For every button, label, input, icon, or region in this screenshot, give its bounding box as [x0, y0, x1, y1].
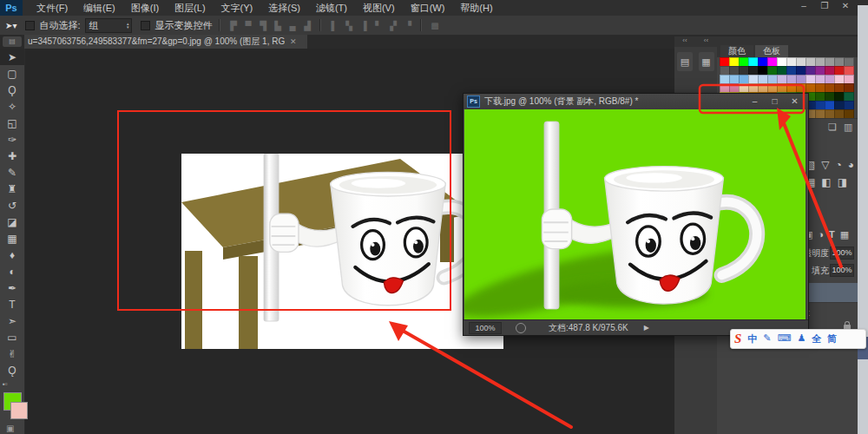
vibrance-adjustment-icon[interactable]: ◕ [848, 160, 854, 171]
ime-mode-chinese[interactable]: 中 [747, 332, 757, 345]
distribute-icon-2[interactable]: ▚ [343, 20, 354, 31]
window-minimize-button[interactable]: – [745, 94, 765, 109]
window-maximize-button[interactable]: □ [765, 94, 785, 109]
move-tool-preset-icon[interactable]: ➤▾ [5, 21, 16, 30]
auto-select-checkbox[interactable] [25, 21, 35, 30]
align-icon-1[interactable]: ▛ [227, 20, 239, 31]
collapse-dock-icon[interactable]: ‹‹ [695, 36, 717, 47]
zoom-level-field[interactable]: 100% [469, 322, 502, 334]
app-window-controls: – ❐ ✕ [793, 1, 856, 10]
sogou-logo-icon[interactable]: S [734, 332, 741, 346]
lasso-tool[interactable]: Ϙ [0, 82, 24, 98]
zoom-tool[interactable]: Ǫ [0, 362, 24, 378]
documents-stub-icon[interactable]: ▤ [3, 36, 22, 47]
window-close-button[interactable]: ✕ [785, 94, 805, 109]
menu-item-2[interactable]: 编辑(E) [83, 2, 115, 15]
brush-tool[interactable]: ✎ [0, 164, 24, 181]
tools-panel: ➤▢Ϙ✧◱✑✚✎♜↺◪▦♦◐✒T➣▭✌Ǫ [0, 49, 25, 434]
hand-tool[interactable]: ✌ [0, 345, 24, 362]
distribute-icon-3[interactable]: ▐ [358, 20, 369, 31]
collapse-dock-icon[interactable]: ‹‹ [674, 36, 695, 47]
auto-select-dropdown[interactable]: 组 ▴▾ [85, 18, 132, 33]
properties-panel-icon[interactable]: ▦ [699, 52, 714, 71]
document-tab[interactable]: u=3457063756,249583377&fm=27&gp=0.jpg @ … [24, 35, 307, 49]
menu-item-1[interactable]: 文件(F) [36, 2, 68, 15]
align-icon-5[interactable]: ▄ [286, 20, 298, 31]
app-close-button[interactable]: ✕ [835, 1, 856, 10]
fill-value[interactable]: 100% [830, 264, 854, 277]
filter-type-layers-icon[interactable]: T [829, 229, 835, 240]
menu-item-10[interactable]: 帮助(H) [460, 2, 492, 15]
distribute-icon-4[interactable]: ▘ [372, 20, 384, 31]
show-transform-checkbox[interactable] [141, 21, 150, 30]
tab-swatches[interactable]: 色板 [755, 45, 788, 57]
blur-tool[interactable]: ♦ [0, 247, 24, 263]
document-image-table-mug [181, 154, 503, 349]
extra-icons-group: ▩ [429, 20, 440, 31]
shape-tool[interactable]: ▭ [0, 329, 24, 345]
floating-document-window[interactable]: Ps 下载.jpg @ 100% (背景 副本, RGB/8#) * – □ ✕… [463, 93, 809, 336]
healing-brush-tool[interactable]: ✚ [0, 148, 24, 164]
opacity-value[interactable]: 100% [830, 247, 854, 260]
floating-window-titlebar[interactable]: Ps 下载.jpg @ 100% (背景 副本, RGB/8#) * – □ ✕ [464, 94, 808, 109]
type-tool[interactable]: T [0, 296, 24, 312]
history-panel-icon[interactable]: ▤ [677, 52, 693, 71]
align-icon-4[interactable]: ▙ [272, 20, 283, 31]
crop-tool[interactable]: ◱ [0, 115, 24, 131]
filter-shape-layers-icon[interactable]: ▦ [840, 229, 849, 240]
distribute-icon-5[interactable]: ▞ [387, 20, 398, 31]
ime-simplified[interactable]: 简 [827, 332, 837, 345]
menu-item-9[interactable]: 窗口(W) [411, 2, 445, 15]
exposure-adjustment-icon[interactable]: ◔ [836, 160, 842, 171]
clone-stamp-tool[interactable]: ♜ [0, 181, 24, 197]
floating-window-title: 下载.jpg @ 100% (背景 副本, RGB/8#) * [484, 95, 638, 108]
eyedropper-tool[interactable]: ✑ [0, 131, 24, 148]
eraser-tool[interactable]: ◪ [0, 214, 24, 230]
dodge-tool[interactable]: ◐ [0, 263, 24, 279]
show-transform-label: 显示变换控件 [155, 19, 212, 32]
layer-filter-icons: ▣◑T▦ [804, 229, 849, 240]
status-menu-arrow-icon[interactable]: ▶ [644, 324, 649, 332]
scrollbar-strip[interactable] [858, 5, 868, 434]
menu-item-7[interactable]: 滤镜(T) [316, 2, 347, 15]
move-tool[interactable]: ➤ [0, 49, 24, 65]
app-restore-button[interactable]: ❐ [814, 1, 835, 10]
ime-pen-icon[interactable]: ✎ [763, 332, 771, 345]
ime-keyboard-icon[interactable]: ⌨ [778, 332, 792, 345]
filter-adjustment-layers-icon[interactable]: ◑ [818, 229, 824, 240]
delete-swatch-icon[interactable]: ▥ [844, 122, 852, 133]
photoshop-window: Ps 文件(F)编辑(E)图像(I)图层(L)文字(Y)选择(S)滤镜(T)视图… [0, 0, 868, 434]
curves-adjustment-icon[interactable]: ▽ [821, 160, 829, 171]
quick-mask-icon[interactable]: ▣ [6, 424, 14, 433]
gradient-map-adjustment-icon[interactable]: ◨ [838, 177, 847, 188]
marquee-tool[interactable]: ▢ [0, 65, 24, 82]
align-icon-6[interactable]: ▟ [301, 20, 312, 31]
ime-person-icon[interactable]: ♟ [797, 332, 806, 345]
background-color-swatch[interactable] [10, 402, 28, 419]
align-icon-2[interactable]: ▀ [242, 20, 253, 31]
align-icon-3[interactable]: ▜ [257, 20, 268, 31]
ime-fullwidth[interactable]: 全 [812, 332, 821, 345]
auto-align-icon[interactable]: ▩ [429, 20, 440, 31]
menu-item-8[interactable]: 视图(V) [363, 2, 395, 15]
ime-toolbar[interactable]: S 中✎⌨♟全简 [730, 329, 866, 349]
pen-tool[interactable]: ✒ [0, 279, 24, 296]
menu-item-5[interactable]: 文字(Y) [221, 2, 253, 15]
bw-adjustment-icon[interactable]: ◧ [821, 177, 831, 188]
align-icons-group: ▛▀▜▙▄▟ [227, 20, 312, 31]
menu-item-6[interactable]: 选择(S) [268, 2, 300, 15]
history-brush-tool[interactable]: ↺ [0, 197, 24, 214]
swap-colors-icon[interactable]: ▪▫ [3, 380, 8, 388]
quick-select-tool[interactable]: ✧ [0, 98, 24, 115]
app-minimize-button[interactable]: – [793, 1, 814, 10]
floating-window-canvas[interactable] [464, 109, 806, 319]
distribute-icon-6[interactable]: ▝ [402, 20, 413, 31]
tab-color[interactable]: 颜色 [720, 45, 753, 57]
path-select-tool[interactable]: ➣ [0, 312, 24, 329]
menu-item-3[interactable]: 图像(I) [131, 2, 159, 15]
new-swatch-icon[interactable]: ❏ [828, 122, 837, 133]
document-tab-close-icon[interactable]: ✕ [290, 37, 297, 46]
distribute-icon-1[interactable]: ▌ [328, 20, 339, 31]
menu-item-4[interactable]: 图层(L) [174, 2, 205, 15]
gradient-tool[interactable]: ▦ [0, 230, 24, 247]
